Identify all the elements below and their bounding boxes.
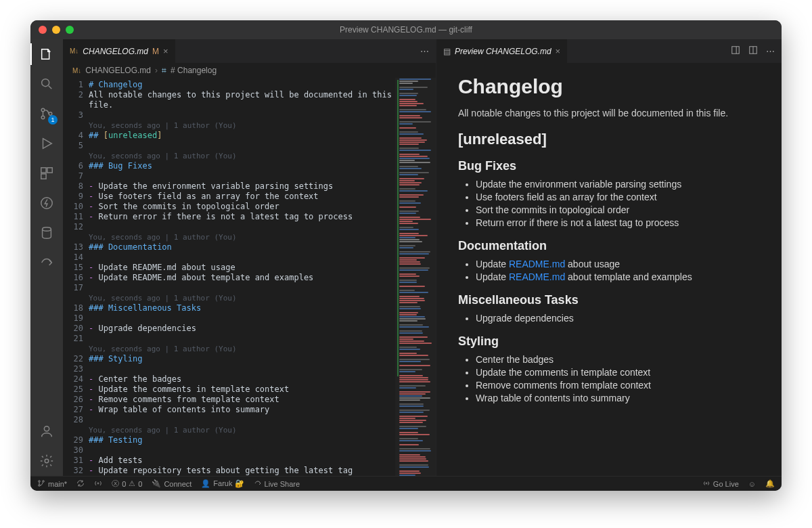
list-item: Return error if there is not a latest ta… [476, 217, 760, 228]
traffic-lights [30, 26, 74, 34]
explorer-icon[interactable] [37, 45, 56, 64]
sync-status[interactable] [76, 479, 85, 489]
minimap[interactable] [395, 78, 436, 476]
preview-list-documentation: Update README.md about usage Update READ… [476, 259, 760, 282]
branch-status[interactable]: main* [37, 479, 67, 489]
svg-point-20 [706, 483, 707, 484]
preview-list-styling: Center the badgesUpdate the comments in … [476, 354, 760, 403]
scm-badge: 1 [48, 115, 58, 125]
tabbar-source: M↓ CHANGELOG.md M × ⋯ [63, 39, 436, 63]
svg-rect-13 [732, 47, 740, 54]
plug-icon: 🔌 [152, 479, 161, 488]
svg-point-0 [42, 79, 49, 87]
svg-point-12 [45, 459, 49, 463]
breadcrumbs[interactable]: M↓ CHANGELOG.md › ⌗ # Changelog [63, 63, 436, 78]
svg-point-16 [39, 480, 41, 482]
split-editor-icon[interactable] [748, 45, 758, 57]
connect-status[interactable]: 🔌Connect [152, 479, 191, 488]
list-item: Center the badges [476, 354, 760, 365]
markdown-preview[interactable]: Changelog All notable changes to this pr… [436, 63, 782, 476]
titlebar: Preview CHANGELOG.md — git-cliff [30, 20, 782, 39]
activity-bar: 1 [30, 39, 63, 476]
preview-intro: All notable changes to this project will… [458, 108, 760, 118]
preview-h1: Changelog [458, 75, 760, 98]
readme-link[interactable]: README.md [509, 271, 565, 282]
maximize-window-button[interactable] [66, 26, 74, 34]
markdown-file-icon: M↓ [70, 47, 78, 55]
share-icon[interactable] [37, 253, 56, 272]
code-content[interactable]: # ChangelogAll notable changes to this p… [89, 78, 395, 476]
tab-actions-preview: ⋯ [731, 39, 782, 63]
status-bar: main* ⓧ0 ⚠0 🔌Connect 👤Faruk 🔐 Live Share… [30, 476, 782, 491]
svg-point-17 [39, 484, 41, 486]
svg-point-19 [97, 483, 99, 484]
tab-preview-changelog[interactable]: ▤ Preview CHANGELOG.md × [436, 39, 568, 63]
tabbar-preview: ▤ Preview CHANGELOG.md × ⋯ [436, 39, 782, 63]
list-item: Wrap table of contents into summary [476, 393, 760, 403]
svg-marker-5 [43, 139, 52, 149]
list-item: Update the comments in template context [476, 367, 760, 378]
tab-changelog-md[interactable]: M↓ CHANGELOG.md M × [63, 39, 176, 63]
close-tab-icon[interactable]: × [163, 46, 168, 56]
close-window-button[interactable] [39, 26, 47, 34]
svg-point-3 [41, 116, 45, 119]
open-to-side-icon[interactable] [731, 45, 740, 57]
preview-h3-documentation: Documentation [458, 239, 760, 253]
broadcast-icon [94, 479, 102, 489]
source-control-icon[interactable]: 1 [37, 104, 56, 123]
liveshare-status[interactable]: Live Share [254, 479, 300, 489]
list-item: Update README.md about template and exam… [476, 271, 760, 282]
broadcast-icon [702, 479, 710, 489]
minimize-window-button[interactable] [52, 26, 60, 34]
radio-status[interactable] [94, 479, 102, 489]
liveshare-icon [254, 479, 262, 489]
breadcrumb-file[interactable]: CHANGELOG.md [85, 66, 151, 75]
more-actions-icon[interactable]: ⋯ [420, 46, 429, 56]
problems-status[interactable]: ⓧ0 ⚠0 [112, 479, 142, 489]
svg-rect-6 [41, 168, 46, 173]
preview-list-bugfixes: Update the environment variable parsing … [476, 179, 760, 228]
list-item: Upgrade dependencies [476, 313, 760, 324]
svg-point-10 [43, 227, 51, 232]
preview-list-misc: Upgrade dependencies [476, 313, 760, 324]
list-item: Use footers field as an array for the co… [476, 192, 760, 202]
thunder-icon[interactable] [37, 194, 56, 213]
editor-group: M↓ CHANGELOG.md M × ⋯ M↓ CHANGELOG.md › … [63, 39, 782, 476]
symbol-icon: ⌗ [162, 66, 166, 75]
branch-icon [37, 479, 45, 489]
markdown-file-icon: M↓ [72, 67, 81, 74]
tab-label: CHANGELOG.md [83, 47, 148, 56]
tab-label: Preview CHANGELOG.md [455, 47, 551, 56]
list-item: Sort the commits in topological order [476, 204, 760, 215]
svg-point-9 [41, 198, 53, 209]
more-actions-icon[interactable]: ⋯ [766, 46, 775, 56]
svg-line-1 [49, 86, 52, 89]
svg-point-2 [41, 108, 45, 112]
svg-point-18 [43, 480, 45, 482]
modified-indicator: M [152, 47, 159, 56]
window-title: Preview CHANGELOG.md — git-cliff [30, 25, 782, 35]
breadcrumb-symbol[interactable]: # Changelog [171, 66, 217, 75]
list-item: Remove comments from template context [476, 380, 760, 391]
code-editor[interactable]: 1234567891011121314151617181920212223242… [63, 78, 436, 476]
editor-pane-preview: ▤ Preview CHANGELOG.md × ⋯ Changelog All… [436, 39, 782, 476]
database-icon[interactable] [37, 223, 56, 242]
run-debug-icon[interactable] [37, 134, 56, 153]
chevron-right-icon: › [155, 66, 158, 75]
svg-rect-8 [41, 174, 46, 179]
preview-h3-misc: Miscellaneous Tasks [458, 293, 760, 307]
feedback-icon[interactable]: ☺ [748, 480, 756, 488]
warning-icon: ⚠ [129, 479, 135, 488]
error-icon: ⓧ [112, 479, 119, 489]
editor-pane-source: M↓ CHANGELOG.md M × ⋯ M↓ CHANGELOG.md › … [63, 39, 436, 476]
bell-icon[interactable]: 🔔 [765, 479, 775, 488]
user-status[interactable]: 👤Faruk 🔐 [201, 479, 244, 488]
extensions-icon[interactable] [37, 164, 56, 183]
settings-gear-icon[interactable] [37, 452, 56, 470]
close-tab-icon[interactable]: × [556, 46, 561, 56]
golive-status[interactable]: Go Live [702, 479, 739, 489]
search-icon[interactable] [37, 74, 56, 93]
main-body: 1 [30, 39, 782, 476]
account-icon[interactable] [37, 422, 56, 441]
readme-link[interactable]: README.md [509, 259, 565, 269]
